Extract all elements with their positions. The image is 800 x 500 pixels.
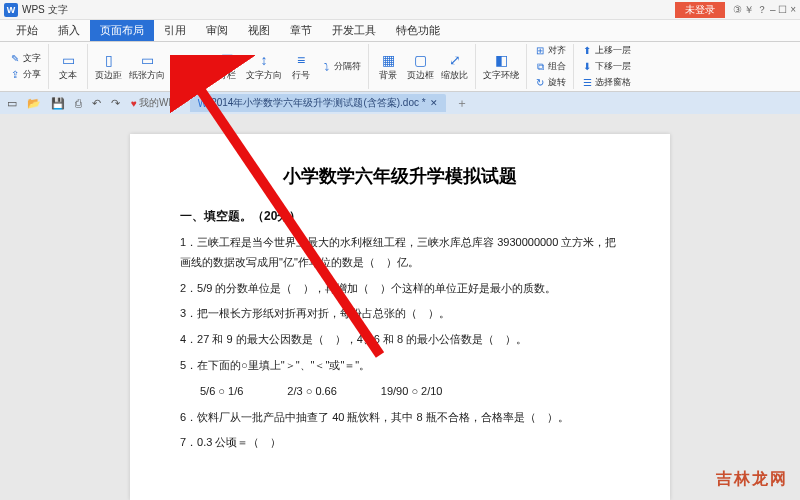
ribbon-text-label: 文字	[23, 52, 41, 65]
ribbon-bg[interactable]: ▦背景	[373, 50, 403, 83]
question-5-row: 5/6 ○ 1/6 2/3 ○ 0.66 19/90 ○ 2/10	[180, 382, 620, 402]
align-icon: ⊞	[534, 45, 546, 57]
textbox-icon: ▭	[59, 51, 77, 69]
section-title: 一、填空题。（20分）	[180, 208, 620, 225]
document-tab[interactable]: W 2014年小学数学六年级升学测试题(含答案).doc * ✕	[190, 94, 446, 112]
scale-icon: ⤢	[446, 51, 464, 69]
ribbon-text-dir[interactable]: ↕文字方向	[243, 50, 285, 83]
question-4: 4．27 和 9 的最大公因数是（ ），4、6 和 8 的最小公倍数是（ ）。	[180, 330, 620, 350]
menu-insert[interactable]: 插入	[48, 20, 90, 41]
menu-devtools[interactable]: 开发工具	[322, 20, 386, 41]
document-page: 小学数学六年级升学模拟试题 一、填空题。（20分） 1．三峡工程是当今世界上最大…	[130, 134, 670, 500]
ribbon-border[interactable]: ▢页边框	[404, 50, 437, 83]
tab-mywps[interactable]: ♥我的WPS	[127, 96, 186, 110]
wrap-icon: ◧	[492, 51, 510, 69]
ribbon-align-label: 对齐	[548, 44, 566, 57]
heart-icon: ♥	[131, 98, 137, 109]
question-3: 3．把一根长方形纸对折再对折，每份占总张的（ ）。	[180, 304, 620, 324]
ribbon-textdir-label: 文字方向	[246, 69, 282, 82]
ribbon-rotate[interactable]: ↻旋转	[531, 75, 569, 90]
ribbon-orientation-label: 纸张方向	[129, 69, 165, 82]
menu-section[interactable]: 章节	[280, 20, 322, 41]
tab-undo-icon[interactable]: ↶	[89, 97, 104, 110]
ribbon-backward[interactable]: ⬇下移一层	[578, 59, 634, 74]
ribbon-selection[interactable]: ☰选择窗格	[578, 75, 634, 90]
ribbon-columns[interactable]: ☰分栏	[212, 50, 242, 83]
add-tab-button[interactable]: ＋	[450, 95, 474, 112]
ribbon-wrap-label: 文字环绕	[483, 69, 519, 82]
menu-review[interactable]: 审阅	[196, 20, 238, 41]
ribbon-share[interactable]: ⇪分享	[6, 67, 44, 82]
ribbon-size-label: 纸张大小	[172, 69, 208, 82]
doc-tab-label: 2014年小学数学六年级升学测试题(含答案).doc *	[211, 96, 425, 110]
ribbon-bg-label: 背景	[379, 69, 397, 82]
app-icon: W	[4, 3, 18, 17]
tabbar: ▭ 📂 💾 ⎙ ↶ ↷ ♥我的WPS W 2014年小学数学六年级升学测试题(含…	[0, 92, 800, 114]
menu-bar: 开始 插入 页面布局 引用 审阅 视图 章节 开发工具 特色功能	[0, 20, 800, 42]
tab-mywps-label: 我的WPS	[139, 96, 182, 110]
close-icon[interactable]: ✕	[430, 98, 438, 108]
border-icon: ▢	[412, 51, 430, 69]
ribbon-wrap[interactable]: ◧文字环绕	[480, 50, 522, 83]
tab-new-icon[interactable]: ▭	[4, 97, 20, 110]
selection-icon: ☰	[581, 77, 593, 89]
ribbon-scale-label: 缩放比	[441, 69, 468, 82]
menu-special[interactable]: 特色功能	[386, 20, 450, 41]
document-title: 小学数学六年级升学模拟试题	[180, 164, 620, 188]
question-1: 1．三峡工程是当今世界上最大的水利枢纽工程，三峡水库总库容 3930000000…	[180, 233, 620, 273]
question-6: 6．饮料厂从一批产品中抽查了 40 瓶饮料，其中 8 瓶不合格，合格率是（ ）。	[180, 408, 620, 428]
ribbon-linenum[interactable]: ≡行号	[286, 50, 316, 83]
ribbon-group-btn[interactable]: ⧉组合	[531, 59, 569, 74]
menu-page-layout[interactable]: 页面布局	[90, 20, 154, 41]
ribbon-size[interactable]: ▯纸张大小	[169, 50, 211, 83]
question-7: 7．0.3 公顷＝（ ）	[180, 433, 620, 453]
margins-icon: ▯	[100, 51, 118, 69]
textdir-icon: ↕	[255, 51, 273, 69]
ribbon-margins-label: 页边距	[95, 69, 122, 82]
columns-icon: ☰	[218, 51, 236, 69]
backward-icon: ⬇	[581, 61, 593, 73]
title-bar: W WPS 文字 未登录 ③ ￥ ？ – ☐ ×	[0, 0, 800, 20]
app-title: WPS 文字	[22, 3, 68, 17]
ribbon-rotate-label: 旋转	[548, 76, 566, 89]
ribbon-textbox-label: 文本	[59, 69, 77, 82]
linenum-icon: ≡	[292, 51, 310, 69]
ribbon-selection-label: 选择窗格	[595, 76, 631, 89]
group-icon: ⧉	[534, 61, 546, 73]
ribbon-margins[interactable]: ▯页边距	[92, 50, 125, 83]
ribbon-text[interactable]: ✎文字	[6, 51, 44, 66]
orientation-icon: ▭	[138, 51, 156, 69]
ribbon-border-label: 页边框	[407, 69, 434, 82]
ribbon-textbox[interactable]: ▭文本	[53, 50, 83, 83]
ribbon-breaks-label: 分隔符	[334, 60, 361, 73]
doc-tab-icon: W	[198, 98, 207, 109]
tab-redo-icon[interactable]: ↷	[108, 97, 123, 110]
workspace: 小学数学六年级升学模拟试题 一、填空题。（20分） 1．三峡工程是当今世界上最大…	[0, 114, 800, 500]
watermark: 吉林龙网	[716, 469, 788, 490]
tab-save-icon[interactable]: 💾	[48, 97, 68, 110]
login-button[interactable]: 未登录	[675, 2, 725, 18]
ribbon-forward-label: 上移一层	[595, 44, 631, 57]
rotate-icon: ↻	[534, 77, 546, 89]
ribbon-share-label: 分享	[23, 68, 41, 81]
tab-open-icon[interactable]: 📂	[24, 97, 44, 110]
question-5: 5．在下面的○里填上"＞"、"＜"或"＝"。	[180, 356, 620, 376]
ribbon-orientation[interactable]: ▭纸张方向	[126, 50, 168, 83]
menu-references[interactable]: 引用	[154, 20, 196, 41]
tab-print-icon[interactable]: ⎙	[72, 97, 85, 109]
breaks-icon: ⤵	[320, 61, 332, 73]
forward-icon: ⬆	[581, 45, 593, 57]
ribbon-group-label: 组合	[548, 60, 566, 73]
bg-icon: ▦	[379, 51, 397, 69]
window-controls[interactable]: ③ ￥ ？ – ☐ ×	[733, 3, 796, 17]
ribbon-forward[interactable]: ⬆上移一层	[578, 43, 634, 58]
menu-home[interactable]: 开始	[6, 20, 48, 41]
ribbon-columns-label: 分栏	[218, 69, 236, 82]
menu-view[interactable]: 视图	[238, 20, 280, 41]
ribbon: ✎文字 ⇪分享 ▭文本 ▯页边距 ▭纸张方向 ▯纸张大小 ☰分栏 ↕文字方向 ≡…	[0, 42, 800, 92]
ribbon-scale[interactable]: ⤢缩放比	[438, 50, 471, 83]
ribbon-align[interactable]: ⊞对齐	[531, 43, 569, 58]
size-icon: ▯	[181, 51, 199, 69]
ribbon-breaks[interactable]: ⤵分隔符	[317, 59, 364, 74]
ribbon-linenum-label: 行号	[292, 69, 310, 82]
